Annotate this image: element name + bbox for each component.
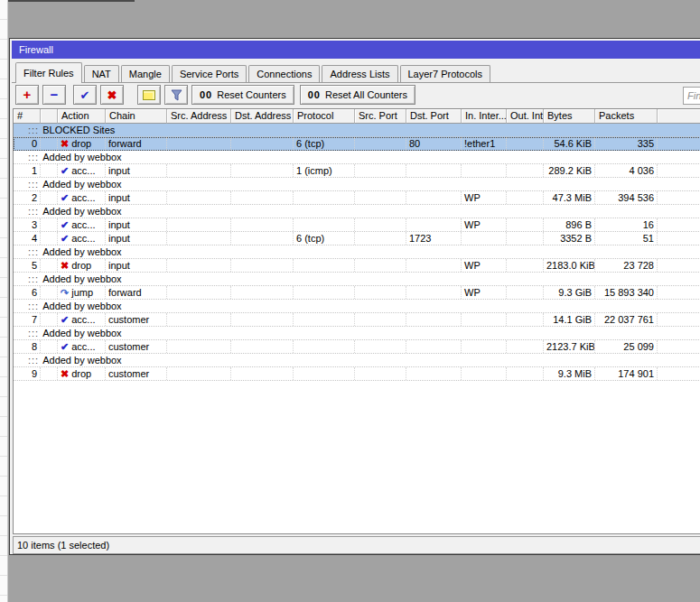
reset-counters-button[interactable]: 00 Reset Counters: [191, 85, 294, 105]
comment-row[interactable]: :::Added by webbox: [14, 354, 700, 367]
rule-row-4[interactable]: 4✔acc...input6 (tcp)17233352 B51: [14, 232, 700, 245]
rule-row-1[interactable]: 1✔acc...input1 (icmp)289.2 KiB4 036: [14, 164, 700, 178]
comment-button[interactable]: [137, 85, 161, 105]
window-titlebar[interactable]: Firewall: [12, 41, 700, 59]
cell-protocol: [294, 259, 355, 272]
action-label: acc...: [71, 233, 95, 244]
column-header-#[interactable]: #: [14, 109, 41, 124]
comment-row[interactable]: :::Added by webbox: [14, 178, 700, 191]
comment-row[interactable]: :::Added by webbox: [14, 151, 700, 164]
tab-service-ports[interactable]: Service Ports: [172, 65, 247, 82]
tab-connections[interactable]: Connections: [248, 65, 320, 82]
cell-filler: [658, 367, 700, 380]
cell-src_port: [355, 313, 406, 326]
rule-row-9[interactable]: 9✖dropcustomer9.3 MiB174 901: [14, 367, 700, 381]
cell-dst_port: [406, 313, 462, 326]
column-header-Protocol[interactable]: Protocol: [294, 109, 355, 124]
column-header-Chain[interactable]: Chain: [106, 109, 167, 124]
accept-action-icon: ✔: [61, 192, 69, 203]
tab-mangle[interactable]: Mangle: [121, 65, 170, 82]
cell-in_iface: [462, 232, 507, 245]
cell-status: [41, 164, 58, 177]
rule-row-5[interactable]: 5✖dropinputWP2183.0 KiB23 728: [14, 259, 700, 273]
cell-bytes: 9.3 MiB: [544, 367, 595, 380]
cell-action: ✔acc...: [58, 340, 106, 353]
cell-num: 4: [14, 232, 41, 245]
cell-dst_address: [231, 191, 294, 204]
cell-src_port: [355, 259, 406, 272]
cell-protocol: 1 (icmp): [294, 164, 355, 177]
cell-bytes: 289.2 KiB: [544, 164, 595, 177]
cell-num: 9: [14, 367, 41, 380]
rule-row-0[interactable]: 0✖dropforward6 (tcp)80!ether154.6 KiB335: [14, 137, 700, 151]
comment-prefix: :::: [28, 355, 39, 366]
reset-all-counters-button[interactable]: 00 Reset All Counters: [300, 85, 415, 105]
cell-protocol: 6 (tcp): [294, 232, 355, 245]
cell-chain: input: [106, 259, 167, 272]
disable-rule-button[interactable]: ✖: [100, 85, 124, 105]
cell-action: ✖drop: [58, 137, 106, 150]
cell-chain: input: [106, 164, 167, 177]
cell-filler: [658, 218, 700, 231]
cell-protocol: [294, 367, 355, 380]
remove-icon: −: [51, 89, 59, 100]
filter-button[interactable]: [164, 85, 188, 105]
cell-num: 7: [14, 313, 41, 326]
tab-filter-rules[interactable]: Filter Rules: [15, 62, 82, 83]
add-rule-button[interactable]: +: [15, 85, 39, 105]
cell-in_iface: WP: [462, 191, 507, 204]
cell-chain: customer: [106, 367, 167, 380]
find-input[interactable]: Find: [683, 87, 700, 105]
action-label: acc...: [71, 314, 95, 325]
cell-chain: customer: [106, 340, 167, 353]
cell-chain: input: [106, 218, 167, 231]
column-header-Bytes[interactable]: Bytes: [544, 109, 595, 124]
column-header-Src. Port[interactable]: Src. Port: [355, 109, 406, 124]
add-icon: +: [23, 88, 32, 101]
cell-out_iface: [507, 164, 544, 177]
tab-address-lists[interactable]: Address Lists: [322, 65, 397, 82]
tab-nat[interactable]: NAT: [84, 65, 119, 82]
comment-row[interactable]: :::BLOCKED Sites: [14, 124, 700, 137]
comment-label: Added by webbox: [42, 273, 121, 284]
rule-row-2[interactable]: 2✔acc...inputWP47.3 MiB394 536: [14, 191, 700, 205]
cell-action: ✔acc...: [58, 191, 106, 204]
column-header-status[interactable]: [41, 109, 58, 124]
cell-protocol: [294, 313, 355, 326]
cell-src_port: [355, 218, 406, 231]
column-header-Src. Address[interactable]: Src. Address: [167, 109, 231, 124]
firewall-rules-table: #ActionChainSrc. AddressDst. AddressProt…: [13, 108, 700, 534]
cell-status: [41, 313, 58, 326]
cell-out_iface: [507, 367, 544, 380]
column-header-Action[interactable]: Action: [58, 109, 106, 124]
toolbar: + − ✔ ✖ 00 Reset Counters 00 Reset All C…: [12, 84, 700, 106]
column-header-Packets[interactable]: Packets: [595, 109, 658, 124]
remove-rule-button[interactable]: −: [42, 85, 66, 105]
comment-label: Added by webbox: [42, 301, 121, 311]
cell-src_port: [355, 286, 406, 299]
cell-num: 3: [14, 218, 41, 231]
column-header-Dst. Port[interactable]: Dst. Port: [406, 109, 462, 124]
cell-out_iface: [507, 259, 544, 272]
comment-row[interactable]: :::Added by webbox: [14, 273, 700, 286]
comment-row[interactable]: :::Added by webbox: [14, 245, 700, 259]
enable-rule-button[interactable]: ✔: [73, 85, 97, 105]
rule-row-8[interactable]: 8✔acc...customer2123.7 KiB25 099: [14, 340, 700, 354]
column-header-Out. Int...[interactable]: Out. Int...: [507, 109, 544, 124]
cell-filler: [658, 137, 700, 150]
cell-packets: 394 536: [595, 191, 658, 204]
comment-text: :::Added by webbox: [14, 151, 122, 163]
comment-label: Added by webbox: [42, 179, 121, 190]
comment-row[interactable]: :::Added by webbox: [14, 205, 700, 218]
rule-row-7[interactable]: 7✔acc...customer14.1 GiB22 037 761: [14, 313, 700, 327]
comment-text: :::Added by webbox: [14, 354, 122, 366]
rule-row-6[interactable]: 6↷jumpforwardWP9.3 GiB15 893 340: [14, 286, 700, 300]
cell-dst_address: [231, 218, 294, 231]
cell-filler: [658, 340, 700, 353]
tab-layer7-protocols[interactable]: Layer7 Protocols: [400, 65, 491, 82]
column-header-In. Inter...[interactable]: In. Inter...: [462, 109, 507, 124]
column-header-Dst. Address[interactable]: Dst. Address: [231, 109, 294, 124]
comment-row[interactable]: :::Added by webbox: [14, 327, 700, 340]
rule-row-3[interactable]: 3✔acc...inputWP896 B16: [14, 218, 700, 232]
comment-row[interactable]: :::Added by webbox: [14, 300, 700, 313]
